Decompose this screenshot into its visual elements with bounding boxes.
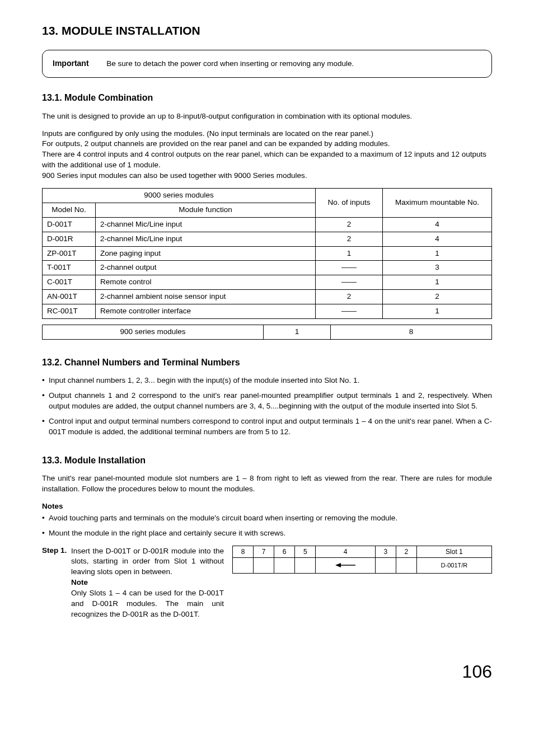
slot-cell xyxy=(375,558,396,574)
important-box: Important Be sure to detach the power co… xyxy=(42,50,492,78)
heading-131: 13.1. Module Combination xyxy=(42,92,492,104)
slot-cell xyxy=(274,558,295,574)
cell-model: C-001T xyxy=(43,275,96,290)
table-row: RC-001T Remote controller interface —— 1 xyxy=(43,304,492,319)
step-label: Step 1. xyxy=(42,546,67,555)
cell-model: D-001R xyxy=(43,232,96,246)
section-132: 13.2. Channel Numbers and Terminal Numbe… xyxy=(42,356,492,438)
table-row: T-001T 2-channel output —— 3 xyxy=(43,261,492,275)
modules-table: 9000 series modules No. of inputs Maximu… xyxy=(42,188,492,319)
cell-inputs: 1 xyxy=(316,246,383,261)
slot-cell xyxy=(233,558,254,574)
notes-list: Avoid touching parts and terminals on th… xyxy=(42,513,492,539)
body-text: There are 4 control inputs and 4 control… xyxy=(42,149,492,171)
cell-inputs: —— xyxy=(316,304,383,319)
cell-model: T-001T xyxy=(43,261,96,275)
series-max: 8 xyxy=(331,325,492,340)
svg-marker-1 xyxy=(335,563,341,567)
step-text: Step 1. Insert the D-001T or D-001R modu… xyxy=(42,546,224,620)
cell-inputs: 2 xyxy=(316,232,383,246)
slot-cell xyxy=(295,558,316,574)
col-max: Maximum mountable No. xyxy=(383,189,492,218)
list-item: Avoid touching parts and terminals on th… xyxy=(42,513,492,524)
slot-header: 2 xyxy=(396,546,416,558)
cell-model: ZP-001T xyxy=(43,246,96,261)
col-func: Module function xyxy=(96,203,316,217)
section-133: 13.3. Module Installation The unit's rea… xyxy=(42,454,492,620)
cell-func: Remote control xyxy=(96,275,316,290)
cell-model: RC-001T xyxy=(43,304,96,319)
bullet-list: Input channel numbers 1, 2, 3... begin w… xyxy=(42,375,492,437)
cell-max: 1 xyxy=(383,246,492,261)
step-note-label: Note xyxy=(71,578,88,586)
cell-func: Remote controller interface xyxy=(96,304,316,319)
important-text: Be sure to detach the power cord when in… xyxy=(106,59,354,68)
step-body: Insert the D-001T or D-001R module into … xyxy=(71,547,224,576)
slot-cell xyxy=(396,558,416,574)
cell-model: D-001T xyxy=(43,217,96,232)
slot-header: 4 xyxy=(316,546,375,558)
slot-header: 8 xyxy=(233,546,254,558)
slot-cell-label: D-001T/R xyxy=(416,558,491,574)
page-title: 13. MODULE INSTALLATION xyxy=(42,22,492,39)
body-text: Inputs are configured by only using the … xyxy=(42,129,492,139)
slot-header: 3 xyxy=(375,546,396,558)
series-table: 900 series modules 1 8 xyxy=(42,325,492,340)
series-label: 900 series modules xyxy=(43,325,264,340)
cell-inputs: —— xyxy=(316,261,383,275)
important-label: Important xyxy=(53,58,89,69)
section-131: 13.1. Module Combination The unit is des… xyxy=(42,92,492,340)
cell-func: 2-channel Mic/Line input xyxy=(96,217,316,232)
col-inputs: No. of inputs xyxy=(316,189,383,218)
body-text: The unit's rear panel-mounted module slo… xyxy=(42,473,492,495)
left-arrow-icon xyxy=(335,562,355,568)
slot-header: 6 xyxy=(274,546,295,558)
list-item: Output channels 1 and 2 correspond to th… xyxy=(42,391,492,412)
cell-max: 1 xyxy=(383,275,492,290)
cell-max: 4 xyxy=(383,217,492,232)
body-text: For outputs, 2 output channels are provi… xyxy=(42,139,492,149)
col-model: Model No. xyxy=(43,203,96,217)
heading-133: 13.3. Module Installation xyxy=(42,454,492,467)
list-item: Mount the module in the right place and … xyxy=(42,528,492,539)
table-row: AN-001T 2-channel ambient noise sensor i… xyxy=(43,290,492,304)
slot-header: 7 xyxy=(254,546,274,558)
table-row: D-001R 2-channel Mic/Line input 2 4 xyxy=(43,232,492,246)
page-number: 106 xyxy=(42,659,492,684)
cell-func: Zone paging input xyxy=(96,246,316,261)
list-item: Input channel numbers 1, 2, 3... begin w… xyxy=(42,375,492,386)
slot-cell-arrow xyxy=(316,558,375,574)
cell-inputs: 2 xyxy=(316,290,383,304)
table-row: D-001T 2-channel Mic/Line input 2 4 xyxy=(43,217,492,232)
body-text: The unit is designed to provide an up to… xyxy=(42,111,492,122)
table-row: C-001T Remote control —— 1 xyxy=(43,275,492,290)
slot-diagram: 8 7 6 5 4 3 2 Slot 1 xyxy=(232,546,492,574)
cell-max: 2 xyxy=(383,290,492,304)
cell-func: 2-channel Mic/Line input xyxy=(96,232,316,246)
slot-header: Slot 1 xyxy=(416,546,491,558)
cell-inputs: 2 xyxy=(316,217,383,232)
cell-inputs: —— xyxy=(316,275,383,290)
list-item: Control input and output terminal number… xyxy=(42,416,492,438)
notes-heading: Notes xyxy=(42,501,492,512)
cell-max: 3 xyxy=(383,261,492,275)
step-note-text: Only Slots 1 – 4 can be used for the D-0… xyxy=(71,589,224,618)
slot-header: 5 xyxy=(295,546,316,558)
cell-func: 2-channel output xyxy=(96,261,316,275)
heading-132: 13.2. Channel Numbers and Terminal Numbe… xyxy=(42,356,492,369)
table-row: ZP-001T Zone paging input 1 1 xyxy=(43,246,492,261)
table-header-group: 9000 series modules xyxy=(43,189,316,203)
cell-model: AN-001T xyxy=(43,290,96,304)
series-inputs: 1 xyxy=(264,325,331,340)
slot-cell xyxy=(254,558,274,574)
cell-max: 1 xyxy=(383,304,492,319)
slot-table: 8 7 6 5 4 3 2 Slot 1 xyxy=(232,546,492,574)
step-content: Insert the D-001T or D-001R module into … xyxy=(42,546,224,620)
step-row: Step 1. Insert the D-001T or D-001R modu… xyxy=(42,546,492,620)
cell-func: 2-channel ambient noise sensor input xyxy=(96,290,316,304)
body-text: 900 Series input modules can also be use… xyxy=(42,171,492,181)
cell-max: 4 xyxy=(383,232,492,246)
